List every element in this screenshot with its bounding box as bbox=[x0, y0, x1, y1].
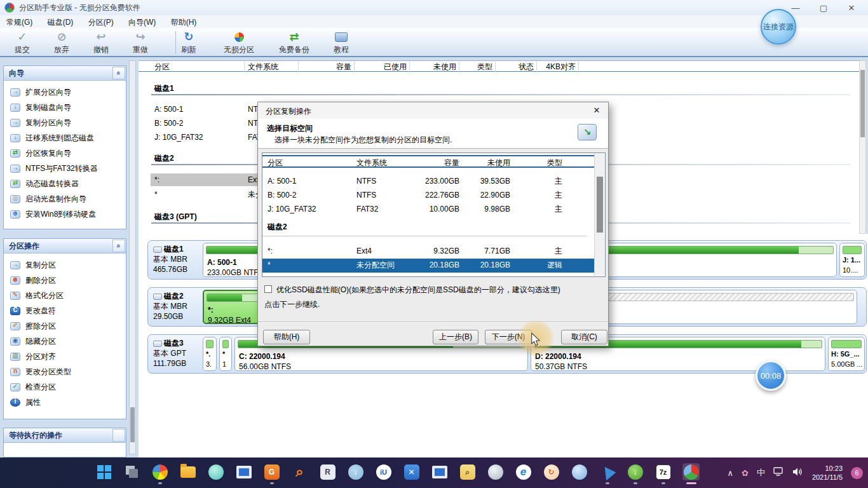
doc-search-icon[interactable]: ⌕ bbox=[459, 463, 476, 480]
partition-block-small2[interactable]: * 1 bbox=[219, 337, 232, 371]
ssd-optimize-checkbox[interactable] bbox=[264, 285, 272, 293]
sidebar-item-hide-partition[interactable]: 隐藏分区 bbox=[4, 334, 126, 349]
close-button[interactable]: ✕ bbox=[837, 0, 865, 17]
back-button[interactable]: 上一步(B) bbox=[433, 330, 478, 344]
table-row[interactable]: B: 500-2 bbox=[154, 118, 243, 129]
dialog-scrollbar[interactable] bbox=[594, 154, 604, 276]
maximize-button[interactable]: ▢ bbox=[810, 0, 837, 17]
sidebar-item-format-partition[interactable]: 格式化分区 bbox=[4, 288, 126, 303]
collapse-icon[interactable]: « bbox=[112, 67, 125, 79]
network-icon[interactable] bbox=[773, 467, 784, 478]
idm-icon[interactable]: ↓ bbox=[627, 463, 644, 480]
list-row-a[interactable]: A: 500-1 NTFS 233.00GB 39.53GB 主 bbox=[262, 175, 594, 189]
dialog-scrollbar-thumb[interactable] bbox=[597, 177, 603, 233]
sidebar-item-migrate-ssd[interactable]: 迁移系统到固态磁盘 bbox=[4, 130, 126, 146]
dialog-title-bar[interactable]: 分区复制操作 ✕ bbox=[258, 102, 608, 119]
partition-block-h[interactable]: H: 5G_... 5.00GB ... bbox=[828, 337, 865, 371]
disk3-info[interactable]: 磁盘3 基本 GPT 111.79GB bbox=[153, 338, 203, 369]
tray-clock[interactable]: 10:23 2021/11/5 bbox=[812, 464, 843, 482]
table-row-selected[interactable]: *: bbox=[154, 174, 243, 186]
ie-icon[interactable]: e bbox=[515, 463, 532, 480]
volume-icon[interactable] bbox=[792, 467, 804, 478]
partition-block-j[interactable]: J: 1... 10.... bbox=[839, 243, 865, 277]
globe-gray-icon[interactable] bbox=[487, 463, 504, 480]
browser-pinwheel-icon[interactable] bbox=[151, 463, 168, 480]
partition-assistant-taskbar-icon[interactable] bbox=[682, 463, 700, 480]
tray-flower-icon[interactable]: ✿ bbox=[742, 468, 749, 478]
disk2-info[interactable]: 磁盘2 基本 MBR 29.50GB bbox=[153, 291, 203, 322]
task-view-icon[interactable] bbox=[123, 463, 140, 480]
mic-app-icon[interactable]: ↓ bbox=[347, 463, 364, 480]
sidebar-item-check-partition[interactable]: 检查分区 bbox=[4, 379, 126, 395]
undo-button[interactable]: ↩ 撤销 bbox=[81, 30, 121, 55]
sidebar-item-partition-recovery[interactable]: 分区恢复向导 bbox=[4, 146, 126, 161]
sidebar-item-change-type[interactable]: 更改分区类型 bbox=[4, 364, 126, 379]
table-row[interactable]: * bbox=[154, 189, 243, 200]
tools-app-icon[interactable]: ✕ bbox=[403, 463, 420, 480]
dialog-close-button[interactable]: ✕ bbox=[589, 104, 604, 118]
sidebar-item-align-partition[interactable]: 分区对齐 bbox=[4, 349, 126, 364]
sidebar-item-extend-wizard[interactable]: 扩展分区向导 bbox=[4, 85, 126, 100]
notification-badge[interactable]: 6 bbox=[851, 467, 863, 479]
list-row-ext4[interactable]: *: Ext4 9.32GB 7.71GB 主 bbox=[262, 245, 594, 259]
col-unused[interactable]: 未使用 bbox=[459, 156, 510, 169]
free-backup-button[interactable]: ⇄ 免费备份 bbox=[269, 30, 319, 55]
bird-app-icon[interactable] bbox=[599, 463, 616, 480]
sidebar-scrollbar-thumb[interactable] bbox=[130, 407, 135, 442]
orange-swirl-icon[interactable]: ↻ bbox=[543, 463, 560, 480]
sidebar-item-dynamic-disk-converter[interactable]: 动态磁盘转换器 bbox=[4, 176, 126, 191]
iu-app-icon[interactable]: iU bbox=[375, 463, 392, 480]
col-capacity[interactable]: 容量 bbox=[418, 156, 459, 169]
submit-button[interactable]: ✓ 提交 bbox=[3, 30, 42, 55]
r-app-icon[interactable]: R bbox=[319, 463, 336, 480]
sidebar-item-copy-partition[interactable]: 复制分区 bbox=[4, 257, 126, 273]
redo-button[interactable]: ↪ 重做 bbox=[121, 30, 160, 55]
sidebar-item-properties[interactable]: 属性 bbox=[4, 395, 126, 410]
tray-expand-chevron[interactable]: ∧ bbox=[727, 468, 733, 478]
monitor-app2-icon[interactable] bbox=[431, 463, 448, 480]
col-status[interactable]: 状态 bbox=[496, 62, 537, 72]
col-partition[interactable]: 分区 bbox=[268, 156, 350, 169]
sevenzip-icon[interactable]: 7z bbox=[654, 463, 672, 480]
sidebar-item-change-letter[interactable]: 更改盘符 bbox=[4, 303, 126, 318]
col-used[interactable]: 已使用 bbox=[355, 62, 410, 72]
discard-button[interactable]: ⊘ 放弃 bbox=[42, 30, 81, 55]
table-scrollbar[interactable] bbox=[859, 60, 866, 234]
sidebar-item-copy-partition-wizard[interactable]: 复制分区向导 bbox=[4, 115, 126, 130]
search-icon[interactable]: ⌕ bbox=[291, 463, 308, 480]
refresh-button[interactable]: ↻ 刷新 bbox=[169, 30, 208, 55]
sidebar-item-win8-to-usb[interactable]: 安装Win8到移动硬盘 bbox=[4, 207, 126, 222]
monitor-app-icon[interactable] bbox=[235, 463, 252, 480]
sidebar-item-wipe-partition[interactable]: 擦除分区 bbox=[4, 318, 126, 334]
tutorial-button[interactable]: 教程 bbox=[322, 30, 361, 55]
list-row-j[interactable]: J: 10G_FAT32 FAT32 10.00GB 9.98GB 主 bbox=[262, 203, 594, 217]
col-filesystem[interactable]: 文件系统 bbox=[245, 62, 299, 72]
globe-blue-icon[interactable] bbox=[571, 463, 588, 480]
disk1-info[interactable]: 磁盘1 基本 MBR 465.76GB bbox=[153, 244, 203, 274]
col-4k-align[interactable]: 4KB对齐 bbox=[537, 62, 579, 72]
col-partition[interactable]: 分区 bbox=[139, 62, 245, 72]
lossless-partition-button[interactable]: 无损分区 bbox=[216, 30, 262, 55]
list-row-b[interactable]: B: 500-2 NTFS 222.76GB 22.90GB 主 bbox=[262, 189, 594, 203]
col-filesystem[interactable]: 文件系统 bbox=[356, 156, 420, 169]
partition-block-small1[interactable]: *. 3. bbox=[203, 337, 217, 371]
sidebar-scrollbar[interactable] bbox=[129, 60, 136, 454]
g-app-icon[interactable]: G bbox=[263, 463, 280, 480]
collapse-icon[interactable]: « bbox=[112, 240, 125, 252]
file-explorer-icon[interactable] bbox=[179, 463, 196, 480]
collapse-icon[interactable] bbox=[112, 429, 125, 442]
cancel-button[interactable]: 取消(C) bbox=[561, 330, 607, 344]
sidebar-item-delete-partition[interactable]: 删除分区 bbox=[4, 273, 126, 288]
table-scrollbar-thumb[interactable] bbox=[860, 70, 865, 137]
table-row[interactable]: A: 500-1 bbox=[154, 104, 243, 115]
sidebar-item-copy-disk-wizard[interactable]: 复制磁盘向导 bbox=[4, 100, 126, 115]
ime-indicator[interactable]: 中 bbox=[757, 467, 765, 478]
list-row-unallocated-selected[interactable]: * 未分配空间 20.18GB 20.18GB 逻辑 bbox=[262, 259, 594, 273]
col-capacity[interactable]: 容量 bbox=[299, 62, 355, 72]
sidebar-item-boot-cd-wizard[interactable]: 启动光盘制作向导 bbox=[4, 191, 126, 207]
col-type[interactable]: 类型 bbox=[513, 156, 562, 169]
col-unused[interactable]: 未使用 bbox=[410, 62, 459, 72]
connect-resources-button[interactable]: 连接资源 bbox=[761, 9, 796, 44]
flower-app-icon[interactable] bbox=[207, 463, 224, 480]
table-row[interactable]: J: 10G_FAT32 bbox=[154, 132, 243, 143]
